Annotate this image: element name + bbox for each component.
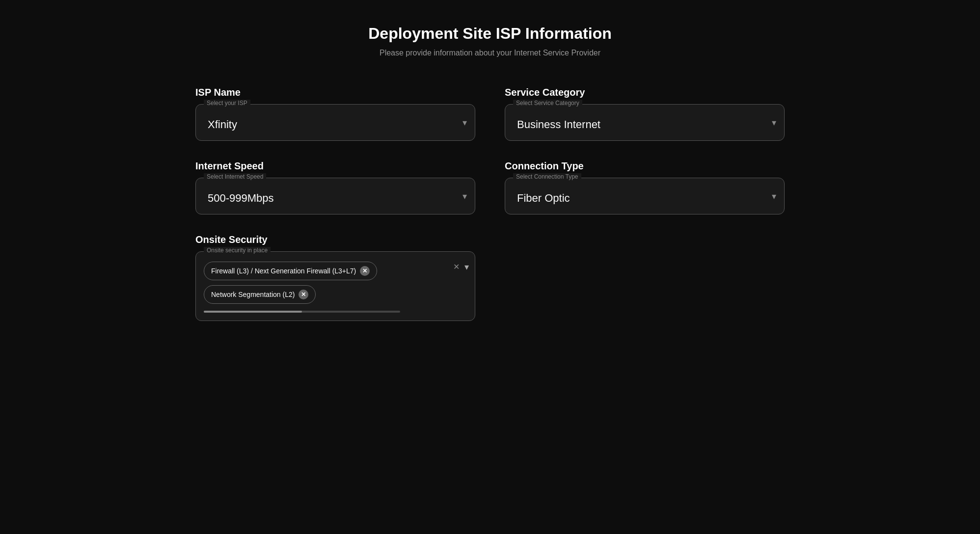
internet-speed-select[interactable]: Under 100Mbps 100-499Mbps 500-999Mbps 1G… xyxy=(204,178,467,214)
isp-name-group: ISP Name Select your ISP Xfinity AT&T Co… xyxy=(195,87,475,141)
tag-network-segmentation-remove-icon[interactable]: ✕ xyxy=(299,290,308,299)
connection-type-legend: Select Connection Type xyxy=(513,173,581,180)
internet-speed-group: Internet Speed Select Internet Speed Und… xyxy=(195,160,475,214)
tags-container: Firewall (L3) / Next Generation Firewall… xyxy=(204,262,467,304)
onsite-security-legend: Onsite security in place xyxy=(204,247,271,254)
row-isp-service: ISP Name Select your ISP Xfinity AT&T Co… xyxy=(195,87,785,141)
page-subtitle: Please provide information about your In… xyxy=(368,49,611,57)
connection-type-label: Connection Type xyxy=(505,160,785,172)
service-category-legend: Select Service Category xyxy=(513,100,582,107)
connection-type-select[interactable]: Fiber Optic Cable DSL Satellite Fixed Wi… xyxy=(513,178,776,214)
service-category-label: Service Category xyxy=(505,87,785,98)
service-category-group: Service Category Select Service Category… xyxy=(505,87,785,141)
tag-firewall-remove-icon[interactable]: ✕ xyxy=(360,266,370,276)
scroll-indicator xyxy=(204,311,400,313)
isp-name-select[interactable]: Xfinity AT&T Comcast Verizon Spectrum Ce… xyxy=(204,105,467,140)
service-category-select-wrapper: Select Service Category Business Interne… xyxy=(505,104,785,141)
onsite-security-group: Onsite Security Onsite security in place… xyxy=(195,234,475,321)
service-category-select[interactable]: Business Internet Residential Internet E… xyxy=(513,105,776,140)
empty-column xyxy=(505,234,785,321)
row-speed-connection: Internet Speed Select Internet Speed Und… xyxy=(195,160,785,214)
isp-name-label: ISP Name xyxy=(195,87,475,98)
scroll-bar xyxy=(204,311,302,313)
page-title: Deployment Site ISP Information xyxy=(368,25,611,43)
tag-network-segmentation: Network Segmentation (L2) ✕ xyxy=(204,285,316,304)
multiselect-chevron-icon[interactable]: ▾ xyxy=(464,262,469,272)
isp-name-legend: Select your ISP xyxy=(204,100,250,107)
tag-firewall: Firewall (L3) / Next Generation Firewall… xyxy=(204,262,377,280)
form-container: ISP Name Select your ISP Xfinity AT&T Co… xyxy=(195,87,785,321)
row-onsite-security: Onsite Security Onsite security in place… xyxy=(195,234,785,321)
internet-speed-legend: Select Internet Speed xyxy=(204,173,266,180)
internet-speed-label: Internet Speed xyxy=(195,160,475,172)
clear-all-icon[interactable]: ✕ xyxy=(453,263,460,271)
connection-type-select-wrapper: Select Connection Type Fiber Optic Cable… xyxy=(505,178,785,214)
isp-name-select-wrapper: Select your ISP Xfinity AT&T Comcast Ver… xyxy=(195,104,475,141)
onsite-security-label: Onsite Security xyxy=(195,234,475,245)
onsite-security-multiselect[interactable]: Onsite security in place ✕ ▾ Firewall (L… xyxy=(195,251,475,321)
page-header: Deployment Site ISP Information Please p… xyxy=(368,25,611,57)
multiselect-controls: ✕ ▾ xyxy=(453,262,469,272)
internet-speed-select-wrapper: Select Internet Speed Under 100Mbps 100-… xyxy=(195,178,475,214)
tag-network-segmentation-label: Network Segmentation (L2) xyxy=(211,291,295,298)
connection-type-group: Connection Type Select Connection Type F… xyxy=(505,160,785,214)
tag-firewall-label: Firewall (L3) / Next Generation Firewall… xyxy=(211,267,356,275)
